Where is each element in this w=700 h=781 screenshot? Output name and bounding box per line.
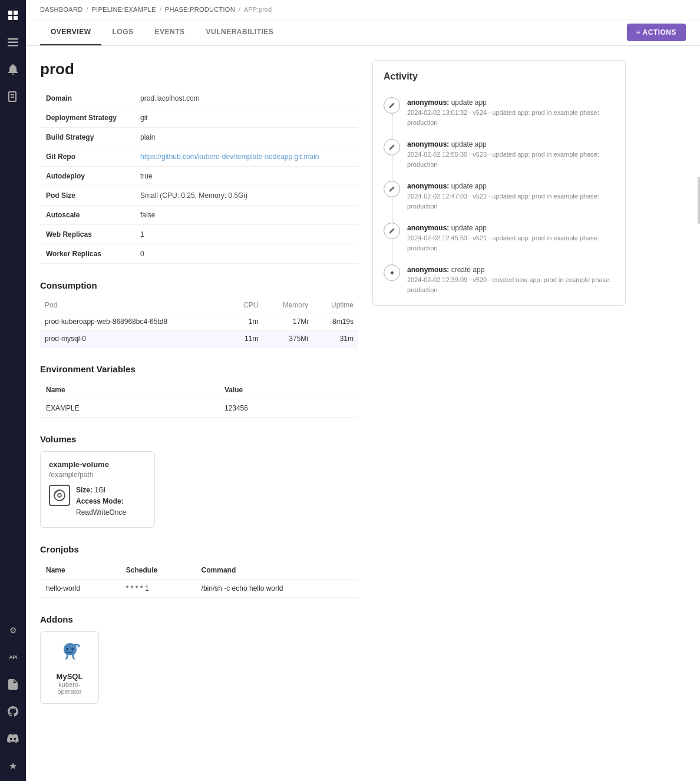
tabs-bar: OVERVIEW LOGS EVENTS VULNERABILITIES ≡ A… [26, 19, 700, 46]
addon-card[interactable]: MySQL kubero-operator [40, 631, 99, 704]
volume-card: example-volume /example/path [40, 451, 155, 528]
table-row: Domain prod.lacolhost.com [40, 89, 358, 108]
col-name: Name [40, 381, 219, 399]
activity-text: anonymous: update app 2024-02-02 13:01:3… [407, 97, 615, 127]
tab-vulnerabilities[interactable]: VULNERABILITIES [196, 19, 285, 45]
activity-actor: anonymous: [407, 266, 449, 274]
svg-rect-0 [8, 11, 12, 15]
disk-icon [49, 485, 70, 506]
cron-command: /bin/sh -c echo hello world [196, 579, 358, 597]
svg-point-9 [66, 647, 68, 650]
detail-label: Pod Size [40, 186, 134, 206]
addons-section: Addons MySQL kubero- [40, 614, 358, 704]
sidebar: ⚙ API ★ [0, 0, 26, 781]
table-row: Git Repo https://github.com/kubero-dev/t… [40, 147, 358, 167]
col-name: Name [40, 561, 120, 580]
actions-button[interactable]: ≡ ACTIONS [627, 24, 686, 41]
cronjobs-table: Name Schedule Command hello-world * * * … [40, 561, 358, 598]
col-value: Value [219, 381, 358, 399]
activity-actor: anonymous: [407, 224, 449, 232]
activity-actor: anonymous: [407, 98, 449, 107]
detail-label: Git Repo [40, 147, 134, 167]
tab-logs[interactable]: LOGS [101, 19, 144, 45]
activity-item: anonymous: update app 2024-02-02 13:01:3… [384, 91, 615, 133]
tab-overview[interactable]: OVERVIEW [40, 19, 101, 45]
table-row: Deployment Strategy git [40, 108, 358, 128]
sidebar-icon-github[interactable] [5, 703, 21, 720]
sidebar-icon-api[interactable]: API [5, 649, 21, 666]
sidebar-icon-discord[interactable] [5, 730, 21, 747]
activity-edit-icon [384, 139, 400, 155]
main-content: DASHBOARD / PIPELINE:example / PHASE:pro… [26, 0, 700, 781]
volume-meta: Size: 1Gi Access Mode: ReadWriteOnce [76, 485, 126, 519]
col-schedule: Schedule [120, 561, 196, 580]
detail-value-deployment: git [134, 108, 358, 128]
scrollbar[interactable] [698, 177, 700, 224]
svg-rect-6 [8, 45, 18, 47]
volume-icon-row: Size: 1Gi Access Mode: ReadWriteOnce [49, 485, 146, 519]
activity-text: anonymous: create app 2024-02-02 12:39:0… [407, 264, 615, 294]
col-command: Command [196, 561, 358, 580]
detail-label: Domain [40, 89, 134, 108]
pod-memory: 375Mi [263, 330, 313, 348]
breadcrumb-phase[interactable]: PHASE:production [165, 6, 235, 13]
col-uptime: Uptime [313, 297, 358, 313]
table-row: prod-mysql-0 11m 375Mi 31m [40, 330, 358, 348]
col-memory: Memory [263, 297, 313, 313]
table-row: Autoscale false [40, 206, 358, 225]
git-repo-link[interactable]: https://github.com/kubero-dev/template-n… [140, 153, 319, 161]
table-row: EXAMPLE 123456 [40, 399, 358, 418]
svg-rect-1 [14, 11, 18, 15]
activity-text: anonymous: update app 2024-02-02 12:47:0… [407, 181, 615, 211]
breadcrumb-pipeline[interactable]: PIPELINE:example [91, 6, 156, 13]
pod-name: prod-kuberoapp-web-868968bc4-65td8 [40, 313, 228, 330]
sidebar-icon-book[interactable] [5, 88, 21, 105]
detail-label: Worker Replicas [40, 244, 134, 264]
table-row: Autodeploy true [40, 167, 358, 186]
detail-value-worker-replicas: 0 [134, 244, 358, 264]
consumption-section: Consumption Pod CPU Memory Uptime prod-k… [40, 280, 358, 348]
sidebar-icon-star[interactable]: ★ [5, 757, 21, 774]
cron-name: hello-world [40, 579, 120, 597]
breadcrumb-dashboard[interactable]: DASHBOARD [40, 6, 82, 13]
volume-access-value: ReadWriteOnce [76, 507, 126, 518]
detail-value-autoscale: false [134, 206, 358, 225]
content-area: prod Domain prod.lacolhost.com Deploymen… [26, 46, 700, 781]
activity-action: update app [451, 98, 487, 107]
pod-memory: 17Mi [263, 313, 313, 330]
table-row: Worker Replicas 0 [40, 244, 358, 264]
detail-label: Autodeploy [40, 167, 134, 186]
volumes-title: Volumes [40, 434, 358, 444]
consumption-table: Pod CPU Memory Uptime prod-kuberoapp-web… [40, 297, 358, 348]
sidebar-icon-list[interactable] [5, 34, 21, 51]
detail-value-domain: prod.lacolhost.com [134, 89, 358, 108]
pod-uptime: 8m19s [313, 313, 358, 330]
cron-schedule: * * * * 1 [120, 579, 196, 597]
activity-item: ✦ anonymous: create app 2024-02-02 12:39… [384, 259, 615, 294]
tab-events[interactable]: EVENTS [144, 19, 195, 45]
consumption-title: Consumption [40, 280, 358, 290]
detail-value-git[interactable]: https://github.com/kubero-dev/template-n… [134, 147, 358, 167]
breadcrumb-sep-1: / [86, 6, 88, 13]
info-table: Domain prod.lacolhost.com Deployment Str… [40, 89, 358, 264]
activity-list: anonymous: update app 2024-02-02 13:01:3… [384, 91, 615, 294]
volume-size: Size: 1Gi [76, 485, 126, 496]
addon-sub: kubero-operator [49, 681, 90, 695]
sidebar-icon-wrench[interactable]: ⚙ [5, 622, 21, 638]
activity-item: anonymous: update app 2024-02-02 12:55:3… [384, 133, 615, 175]
detail-label: Deployment Strategy [40, 108, 134, 128]
activity-action: update app [451, 140, 487, 148]
cronjobs-section: Cronjobs Name Schedule Command hello-wor… [40, 544, 358, 598]
left-column: prod Domain prod.lacolhost.com Deploymen… [40, 60, 358, 767]
addons-title: Addons [40, 614, 358, 624]
env-value: 123456 [219, 399, 358, 418]
sidebar-icon-docs[interactable] [5, 676, 21, 693]
svg-point-8 [58, 494, 61, 497]
env-name: EXAMPLE [40, 399, 219, 418]
env-vars-title: Environment Variables [40, 364, 358, 374]
sidebar-icon-bell[interactable] [5, 61, 21, 78]
activity-box: Activity anonymous: update app 2024-02-0… [372, 60, 626, 306]
sidebar-icon-grid[interactable] [5, 7, 21, 24]
table-row: Web Replicas 1 [40, 225, 358, 244]
detail-label: Autoscale [40, 206, 134, 225]
